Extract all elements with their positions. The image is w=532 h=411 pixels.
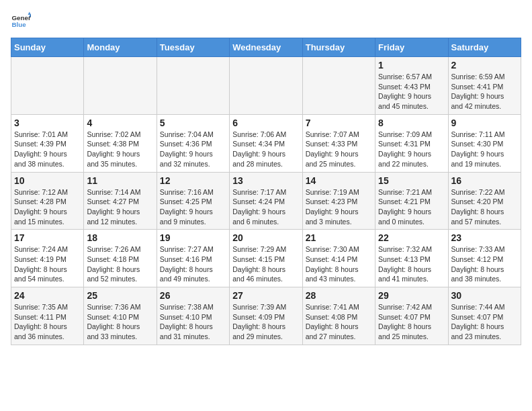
day-number: 11	[87, 175, 153, 186]
day-number: 25	[87, 290, 153, 301]
calendar-cell: 30Sunrise: 7:44 AM Sunset: 4:07 PM Dayli…	[448, 287, 521, 345]
calendar-cell: 8Sunrise: 7:09 AM Sunset: 4:31 PM Daylig…	[375, 114, 448, 172]
calendar-cell	[11, 57, 84, 115]
day-number: 21	[306, 232, 372, 243]
logo: General Blue	[11, 11, 34, 31]
weekday-header-wednesday: Wednesday	[230, 38, 302, 57]
calendar-cell: 14Sunrise: 7:19 AM Sunset: 4:23 PM Dayli…	[302, 172, 375, 230]
calendar-cell: 20Sunrise: 7:29 AM Sunset: 4:15 PM Dayli…	[230, 230, 302, 287]
svg-marker-2	[28, 12, 32, 15]
weekday-header-sunday: Sunday	[11, 38, 84, 57]
calendar-cell: 26Sunrise: 7:38 AM Sunset: 4:10 PM Dayli…	[157, 287, 229, 345]
day-info: Sunrise: 7:35 AM Sunset: 4:11 PM Dayligh…	[14, 302, 81, 342]
calendar-cell: 11Sunrise: 7:14 AM Sunset: 4:27 PM Dayli…	[84, 172, 157, 230]
calendar-cell: 15Sunrise: 7:21 AM Sunset: 4:21 PM Dayli…	[375, 172, 448, 230]
day-number: 30	[451, 290, 518, 301]
day-number: 13	[232, 175, 299, 186]
calendar-cell	[302, 57, 375, 115]
day-info: Sunrise: 7:33 AM Sunset: 4:12 PM Dayligh…	[451, 244, 518, 284]
calendar-table: SundayMondayTuesdayWednesdayThursdayFrid…	[11, 38, 521, 345]
day-info: Sunrise: 6:57 AM Sunset: 4:43 PM Dayligh…	[378, 72, 445, 111]
day-number: 12	[160, 175, 226, 186]
day-info: Sunrise: 7:22 AM Sunset: 4:20 PM Dayligh…	[451, 187, 518, 227]
logo-icon: General Blue	[11, 11, 31, 31]
day-info: Sunrise: 7:06 AM Sunset: 4:34 PM Dayligh…	[232, 130, 299, 169]
calendar-cell	[84, 57, 157, 115]
weekday-header-row: SundayMondayTuesdayWednesdayThursdayFrid…	[11, 38, 521, 57]
weekday-header-tuesday: Tuesday	[157, 38, 229, 57]
weekday-header-saturday: Saturday	[448, 38, 521, 57]
day-number: 18	[87, 232, 153, 243]
day-info: Sunrise: 7:11 AM Sunset: 4:30 PM Dayligh…	[451, 130, 518, 169]
day-number: 23	[451, 232, 518, 243]
day-info: Sunrise: 7:32 AM Sunset: 4:13 PM Dayligh…	[378, 244, 445, 284]
day-number: 2	[451, 60, 518, 71]
day-info: Sunrise: 7:07 AM Sunset: 4:33 PM Dayligh…	[306, 130, 372, 169]
calendar-cell: 1Sunrise: 6:57 AM Sunset: 4:43 PM Daylig…	[375, 57, 448, 115]
calendar-cell: 18Sunrise: 7:26 AM Sunset: 4:18 PM Dayli…	[84, 230, 157, 287]
day-number: 16	[451, 175, 518, 186]
weekday-header-friday: Friday	[375, 38, 448, 57]
calendar-header: SundayMondayTuesdayWednesdayThursdayFrid…	[11, 38, 521, 57]
day-number: 3	[14, 118, 81, 128]
day-info: Sunrise: 7:36 AM Sunset: 4:10 PM Dayligh…	[87, 302, 153, 342]
page-header: General Blue	[11, 11, 521, 31]
calendar-cell: 16Sunrise: 7:22 AM Sunset: 4:20 PM Dayli…	[448, 172, 521, 230]
calendar-cell: 4Sunrise: 7:02 AM Sunset: 4:38 PM Daylig…	[84, 114, 157, 172]
calendar-week-row: 10Sunrise: 7:12 AM Sunset: 4:28 PM Dayli…	[11, 172, 521, 230]
day-number: 19	[160, 232, 226, 243]
day-number: 26	[160, 290, 226, 301]
day-info: Sunrise: 7:26 AM Sunset: 4:18 PM Dayligh…	[87, 244, 153, 284]
calendar-week-row: 24Sunrise: 7:35 AM Sunset: 4:11 PM Dayli…	[11, 287, 521, 345]
day-info: Sunrise: 7:01 AM Sunset: 4:39 PM Dayligh…	[14, 130, 81, 169]
calendar-cell: 22Sunrise: 7:32 AM Sunset: 4:13 PM Dayli…	[375, 230, 448, 287]
calendar-cell: 19Sunrise: 7:27 AM Sunset: 4:16 PM Dayli…	[157, 230, 229, 287]
day-number: 5	[160, 118, 226, 128]
day-number: 29	[378, 290, 445, 301]
day-number: 22	[378, 232, 445, 243]
day-info: Sunrise: 7:12 AM Sunset: 4:28 PM Dayligh…	[14, 187, 81, 227]
day-number: 27	[232, 290, 299, 301]
day-number: 14	[306, 175, 372, 186]
day-number: 24	[14, 290, 81, 301]
calendar-cell: 28Sunrise: 7:41 AM Sunset: 4:08 PM Dayli…	[302, 287, 375, 345]
day-info: Sunrise: 7:29 AM Sunset: 4:15 PM Dayligh…	[232, 244, 299, 284]
day-info: Sunrise: 7:24 AM Sunset: 4:19 PM Dayligh…	[14, 244, 81, 284]
day-number: 17	[14, 232, 81, 243]
calendar-cell: 7Sunrise: 7:07 AM Sunset: 4:33 PM Daylig…	[302, 114, 375, 172]
day-number: 9	[451, 118, 518, 128]
day-info: Sunrise: 7:16 AM Sunset: 4:25 PM Dayligh…	[160, 187, 226, 227]
day-number: 7	[306, 118, 372, 128]
day-number: 20	[232, 232, 299, 243]
day-number: 4	[87, 118, 153, 128]
day-info: Sunrise: 7:02 AM Sunset: 4:38 PM Dayligh…	[87, 130, 153, 169]
day-info: Sunrise: 7:42 AM Sunset: 4:07 PM Dayligh…	[378, 302, 445, 342]
calendar-cell: 5Sunrise: 7:04 AM Sunset: 4:36 PM Daylig…	[157, 114, 229, 172]
weekday-header-thursday: Thursday	[302, 38, 375, 57]
calendar-cell	[230, 57, 302, 115]
day-info: Sunrise: 7:09 AM Sunset: 4:31 PM Dayligh…	[378, 130, 445, 169]
day-info: Sunrise: 6:59 AM Sunset: 4:41 PM Dayligh…	[451, 72, 518, 111]
calendar-week-row: 17Sunrise: 7:24 AM Sunset: 4:19 PM Dayli…	[11, 230, 521, 287]
calendar-cell	[157, 57, 229, 115]
day-info: Sunrise: 7:14 AM Sunset: 4:27 PM Dayligh…	[87, 187, 153, 227]
calendar-cell: 24Sunrise: 7:35 AM Sunset: 4:11 PM Dayli…	[11, 287, 84, 345]
day-number: 10	[14, 175, 81, 186]
calendar-cell: 23Sunrise: 7:33 AM Sunset: 4:12 PM Dayli…	[448, 230, 521, 287]
calendar-cell: 29Sunrise: 7:42 AM Sunset: 4:07 PM Dayli…	[375, 287, 448, 345]
calendar-week-row: 3Sunrise: 7:01 AM Sunset: 4:39 PM Daylig…	[11, 114, 521, 172]
day-info: Sunrise: 7:41 AM Sunset: 4:08 PM Dayligh…	[306, 302, 372, 342]
day-info: Sunrise: 7:44 AM Sunset: 4:07 PM Dayligh…	[451, 302, 518, 342]
day-info: Sunrise: 7:17 AM Sunset: 4:24 PM Dayligh…	[232, 187, 299, 227]
calendar-cell: 9Sunrise: 7:11 AM Sunset: 4:30 PM Daylig…	[448, 114, 521, 172]
calendar-cell: 10Sunrise: 7:12 AM Sunset: 4:28 PM Dayli…	[11, 172, 84, 230]
weekday-header-monday: Monday	[84, 38, 157, 57]
svg-text:General: General	[12, 14, 32, 21]
calendar-body: 1Sunrise: 6:57 AM Sunset: 4:43 PM Daylig…	[11, 57, 521, 345]
calendar-cell: 3Sunrise: 7:01 AM Sunset: 4:39 PM Daylig…	[11, 114, 84, 172]
calendar-cell: 12Sunrise: 7:16 AM Sunset: 4:25 PM Dayli…	[157, 172, 229, 230]
calendar-cell: 25Sunrise: 7:36 AM Sunset: 4:10 PM Dayli…	[84, 287, 157, 345]
calendar-cell: 2Sunrise: 6:59 AM Sunset: 4:41 PM Daylig…	[448, 57, 521, 115]
day-info: Sunrise: 7:27 AM Sunset: 4:16 PM Dayligh…	[160, 244, 226, 284]
day-info: Sunrise: 7:19 AM Sunset: 4:23 PM Dayligh…	[306, 187, 372, 227]
